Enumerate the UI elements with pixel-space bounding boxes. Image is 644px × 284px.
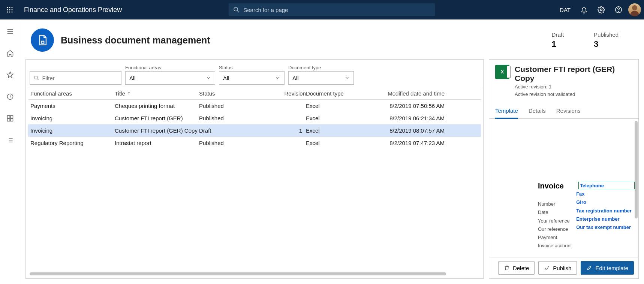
- preview-panel: X Customer FTI report (GER) Copy Active …: [489, 59, 639, 279]
- svg-point-14: [632, 5, 637, 10]
- global-search[interactable]: [229, 3, 435, 16]
- svg-rect-20: [7, 116, 10, 118]
- invoice-field-label: Payment: [538, 233, 635, 242]
- app-launcher-icon[interactable]: [3, 3, 16, 16]
- svg-rect-22: [7, 119, 10, 121]
- rail-menu-icon[interactable]: [3, 25, 17, 38]
- table-row[interactable]: InvoicingCustomer FTI report (GER)Publis…: [28, 112, 481, 124]
- delete-button[interactable]: Delete: [498, 261, 535, 275]
- invoice-field-label: Invoice account: [538, 242, 635, 250]
- svg-line-32: [37, 79, 39, 80]
- tab-template[interactable]: Template: [495, 104, 518, 119]
- preview-field-link: Enterprise number: [576, 215, 632, 223]
- page-title: Business document management: [61, 35, 210, 46]
- template-preview: Telephone FaxGiroTax registration number…: [493, 182, 635, 257]
- edit-icon: [586, 265, 592, 271]
- doctype-filter[interactable]: All: [288, 71, 354, 85]
- notifications-icon[interactable]: [577, 2, 592, 17]
- svg-rect-30: [41, 41, 44, 43]
- app-title: Finance and Operations Preview: [24, 6, 122, 14]
- doctype-filter-label: Document type: [288, 65, 354, 70]
- search-input[interactable]: [243, 7, 430, 13]
- preview-sub1: Active revision: 1: [515, 84, 632, 90]
- cell-title: Cheques printing format: [115, 103, 199, 109]
- rail-workspaces-icon[interactable]: [3, 112, 17, 125]
- preview-field-link: Giro: [576, 198, 632, 206]
- table-row[interactable]: InvoicingCustomer FTI report (GER) CopyD…: [28, 124, 481, 137]
- published-counter-value: 3: [594, 39, 619, 49]
- rail-home-icon[interactable]: [3, 46, 17, 60]
- svg-point-3: [7, 9, 8, 10]
- rail-recent-icon[interactable]: [3, 90, 17, 103]
- svg-point-31: [34, 76, 37, 79]
- search-icon: [233, 6, 240, 13]
- col-modified[interactable]: Modified date and time: [370, 90, 445, 97]
- status-filter[interactable]: All: [219, 71, 285, 85]
- preview-cell-telephone: Telephone: [578, 182, 635, 189]
- preview-field-link: Our tax exempt number: [576, 223, 632, 232]
- svg-point-2: [12, 7, 13, 8]
- svg-point-1: [9, 7, 10, 8]
- col-title[interactable]: Title: [115, 90, 199, 97]
- cell-title: Customer FTI report (GER): [115, 115, 199, 121]
- cell-status: Published: [199, 103, 278, 109]
- preview-title: Customer FTI report (GER) Copy: [515, 65, 632, 83]
- cell-modified: 8/2/2019 07:50:56 AM: [370, 103, 445, 109]
- cell-functional-areas: Invoicing: [30, 127, 115, 134]
- svg-point-5: [12, 9, 13, 10]
- preview-field-link: Fax: [576, 190, 632, 198]
- rail-favorites-icon[interactable]: [3, 68, 17, 82]
- settings-icon[interactable]: [594, 2, 609, 17]
- filter-input[interactable]: [30, 71, 121, 85]
- table-header: Functional areas Title Status Revision D…: [28, 87, 481, 100]
- cell-status: Draft: [199, 127, 278, 134]
- excel-file-icon: X: [495, 65, 509, 79]
- chevron-down-icon: [344, 75, 350, 81]
- table-row[interactable]: Regulatory ReportingIntrastat reportPubl…: [28, 137, 481, 149]
- svg-point-4: [9, 9, 10, 10]
- svg-line-10: [237, 10, 239, 12]
- svg-point-9: [234, 7, 238, 11]
- preview-field-link: Tax registration number: [576, 207, 632, 215]
- col-document-type[interactable]: Document type: [306, 90, 370, 97]
- help-icon[interactable]: [611, 2, 626, 17]
- user-avatar[interactable]: [628, 3, 641, 16]
- rail-modules-icon[interactable]: [3, 133, 17, 147]
- publish-button[interactable]: Publish: [538, 261, 577, 275]
- svg-rect-21: [10, 116, 13, 118]
- svg-point-8: [12, 12, 13, 13]
- filter-icon: [34, 75, 39, 81]
- func-areas-filter[interactable]: All: [125, 71, 215, 85]
- svg-rect-15: [631, 11, 639, 16]
- cell-document-type: Excel: [306, 140, 370, 146]
- col-status[interactable]: Status: [199, 90, 278, 97]
- cell-modified: 8/2/2019 08:07:57 AM: [370, 127, 445, 134]
- svg-point-0: [7, 7, 8, 8]
- publish-icon: [544, 265, 550, 271]
- svg-rect-23: [10, 119, 13, 121]
- svg-point-6: [7, 12, 8, 13]
- col-functional-areas[interactable]: Functional areas: [30, 90, 115, 97]
- company-selector[interactable]: DAT: [556, 7, 574, 13]
- status-filter-label: Status: [219, 65, 285, 70]
- list-panel: Functional areas All Status All: [25, 59, 484, 279]
- cell-modified: 8/2/2019 06:21:34 AM: [370, 115, 445, 121]
- tab-revisions[interactable]: Revisions: [556, 104, 581, 118]
- col-revision[interactable]: Revision: [278, 90, 306, 97]
- cell-document-type: Excel: [306, 103, 370, 109]
- published-counter-label: Published: [594, 31, 619, 38]
- horizontal-scrollbar[interactable]: [28, 272, 481, 276]
- cell-revision: 1: [278, 127, 306, 134]
- cell-functional-areas: Regulatory Reporting: [30, 140, 115, 146]
- tab-details[interactable]: Details: [529, 104, 546, 118]
- sort-asc-icon: [127, 91, 131, 96]
- draft-counter-label: Draft: [552, 31, 564, 38]
- table-row[interactable]: PaymentsCheques printing formatPublished…: [28, 100, 481, 112]
- edit-template-button[interactable]: Edit template: [581, 261, 634, 275]
- draft-counter-value: 1: [552, 39, 564, 49]
- func-areas-filter-label: Functional areas: [125, 65, 215, 70]
- cell-title: Intrastat report: [115, 140, 199, 146]
- preview-sub2: Active revision not validated: [515, 91, 632, 98]
- cell-functional-areas: Invoicing: [30, 115, 115, 121]
- cell-title: Customer FTI report (GER) Copy: [115, 127, 199, 134]
